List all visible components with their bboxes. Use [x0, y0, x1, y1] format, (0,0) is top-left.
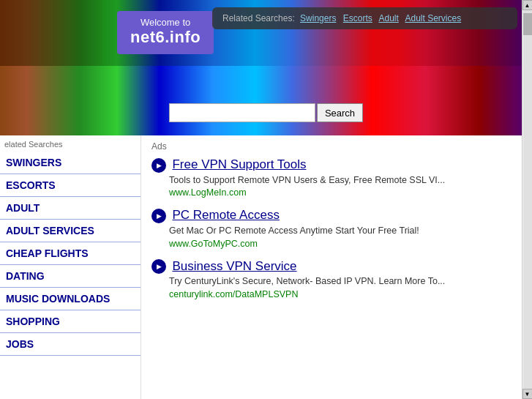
- ad-item-2: Business VPN Service Try CenturyLink's S…: [151, 259, 522, 299]
- sidebar-item-adult[interactable]: ADULT: [0, 197, 141, 220]
- ad-url-0: www.LogMeIn.com: [169, 187, 522, 198]
- ad-title-1[interactable]: PC Remote Access: [172, 208, 279, 222]
- welcome-to-text: Welcome to: [130, 17, 201, 28]
- ad-title-0[interactable]: Free VPN Support Tools: [172, 157, 306, 171]
- sidebar-item-jobs[interactable]: JOBS: [0, 333, 141, 356]
- main-content: elated Searches SWINGERS ESCORTS ADULT A…: [0, 135, 532, 399]
- ad-item-0: Free VPN Support Tools Tools to Support …: [151, 157, 522, 198]
- ad-url-2: centurylink.com/DataMPLSVPN: [169, 289, 522, 299]
- ad-icon-2: [151, 259, 166, 274]
- sidebar-item-adult-services[interactable]: ADULT SERVICES: [0, 220, 141, 242]
- sidebar: elated Searches SWINGERS ESCORTS ADULT A…: [0, 135, 141, 399]
- ads-area: Ads Free VPN Support Tools Tools to Supp…: [141, 135, 532, 399]
- ad-title-2[interactable]: Business VPN Service: [172, 259, 296, 273]
- right-scrollbar: ▲ ▼: [522, 0, 532, 399]
- vertical-scroll-track[interactable]: [523, 10, 532, 389]
- related-link-adult[interactable]: Adult: [378, 13, 398, 23]
- welcome-box: Welcome to net6.info: [117, 11, 214, 54]
- ad-desc-0: Tools to Support Remote VPN Users & Easy…: [169, 174, 522, 187]
- ad-url-1: www.GoToMyPC.com: [169, 239, 522, 249]
- ad-desc-2: Try CenturyLink's Secure, Network- Based…: [169, 275, 522, 288]
- header-banner: Welcome to net6.info Related Searches: S…: [0, 0, 532, 135]
- related-label: Related Searches:: [222, 13, 295, 23]
- sidebar-item-music-downloads[interactable]: MUSIC DOWNLOADS: [0, 288, 141, 310]
- ads-label: Ads: [151, 141, 522, 152]
- scroll-up-button[interactable]: ▲: [522, 0, 533, 10]
- sidebar-item-cheap-flights[interactable]: CHEAP FLIGHTS: [0, 242, 141, 265]
- related-searches-bar: Related Searches: Swingers Escorts Adult…: [212, 7, 517, 29]
- related-link-adult-services[interactable]: Adult Services: [405, 13, 462, 23]
- sidebar-item-swingers[interactable]: SWINGERS: [0, 152, 141, 174]
- sidebar-item-shopping[interactable]: SHOPPING: [0, 310, 141, 333]
- ad-desc-1: Get Mac Or PC Remote Access Anytime Star…: [169, 225, 522, 238]
- ad-icon-0: [151, 158, 166, 173]
- search-button[interactable]: Search: [317, 103, 363, 122]
- search-area: Search: [0, 103, 532, 122]
- vertical-scroll-thumb[interactable]: [523, 13, 532, 35]
- ad-icon-1: [151, 209, 166, 223]
- sidebar-title: elated Searches: [0, 140, 141, 152]
- sidebar-item-dating[interactable]: DATING: [0, 265, 141, 288]
- related-link-swingers[interactable]: Swingers: [300, 13, 336, 23]
- sidebar-item-escorts[interactable]: ESCORTS: [0, 174, 141, 197]
- related-link-escorts[interactable]: Escorts: [343, 13, 372, 23]
- search-input[interactable]: [169, 103, 315, 122]
- ad-item-1: PC Remote Access Get Mac Or PC Remote Ac…: [151, 208, 522, 248]
- scroll-down-button[interactable]: ▼: [522, 389, 533, 399]
- site-name: net6.info: [130, 28, 201, 47]
